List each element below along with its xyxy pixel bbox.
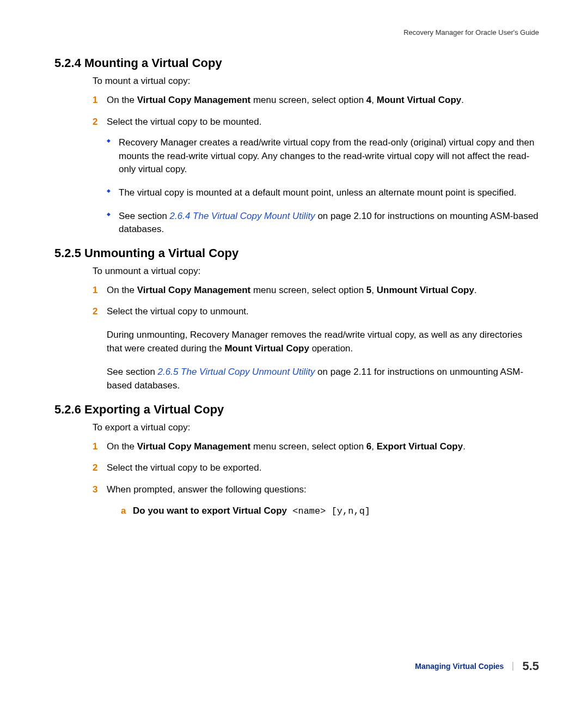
text-bold: Mount Virtual Copy	[377, 95, 462, 105]
text: On the	[107, 441, 137, 452]
page: Recovery Manager for Oracle User's Guide…	[0, 0, 588, 706]
step-number: 1	[93, 283, 97, 297]
step-1: 1 On the Virtual Copy Management menu sc…	[93, 440, 539, 454]
running-head: Recovery Manager for Oracle User's Guide	[54, 28, 539, 36]
paragraph: During unmounting, Recovery Manager remo…	[107, 328, 539, 356]
text-bold: Virtual Copy Management	[137, 95, 250, 105]
step-number: 2	[93, 461, 97, 475]
text: Select the virtual copy to unmount.	[107, 306, 249, 317]
text-bold: 5	[366, 285, 371, 295]
heading-5-2-4: 5.2.4 Mounting a Virtual Copy	[54, 56, 539, 70]
intro-5-2-5: To unmount a virtual copy:	[93, 266, 539, 277]
step-number: 1	[93, 440, 97, 454]
text: .	[463, 441, 465, 452]
text: menu screen, select option	[250, 95, 366, 105]
text: ,	[371, 441, 376, 452]
heading-5-2-6: 5.2.6 Exporting a Virtual Copy	[54, 403, 539, 417]
page-number: 5.5	[522, 659, 539, 673]
bullet-item: Recovery Manager creates a read/write vi…	[107, 136, 539, 176]
text: ,	[371, 95, 376, 105]
text: menu screen, select option	[250, 285, 366, 295]
text: Select the virtual copy to be exported.	[107, 462, 261, 473]
text: See section	[107, 367, 158, 377]
text-bold: Export Virtual Copy	[377, 441, 463, 452]
steps-5-2-6: 1 On the Virtual Copy Management menu sc…	[93, 440, 539, 519]
paragraph: See section 2.6.5 The Virtual Copy Unmou…	[107, 365, 539, 393]
cross-ref-link[interactable]: 2.6.5 The Virtual Copy Unmount Utility	[158, 367, 315, 377]
step-3: 3 When prompted, answer the following qu…	[93, 483, 539, 519]
sub-step-a: a Do you want to export Virtual Copy <na…	[121, 504, 539, 519]
step-2: 2 Select the virtual copy to be exported…	[93, 461, 539, 475]
bullet-item: The virtual copy is mounted at a default…	[107, 186, 539, 200]
text: See section	[119, 211, 170, 221]
bullet-item: See section 2.6.4 The Virtual Copy Mount…	[107, 210, 539, 236]
text: Select the virtual copy to be mounted.	[107, 117, 261, 127]
steps-5-2-5: 1 On the Virtual Copy Management menu sc…	[93, 283, 539, 319]
text: .	[474, 285, 477, 295]
step-1: 1 On the Virtual Copy Management menu sc…	[93, 283, 539, 297]
text-bold: Virtual Copy Management	[137, 285, 250, 295]
steps-5-2-4: 1 On the Virtual Copy Management menu sc…	[93, 93, 539, 236]
step-number: 2	[93, 305, 97, 319]
step-number: 2	[93, 115, 97, 129]
page-footer: Managing Virtual Copies 5.5	[415, 659, 539, 673]
text-bold: 6	[366, 441, 371, 452]
text: operation.	[309, 343, 353, 354]
text-bold: Virtual Copy Management	[137, 441, 250, 452]
text: ,	[371, 285, 376, 295]
intro-5-2-4: To mount a virtual copy:	[93, 76, 539, 87]
heading-5-2-5: 5.2.5 Unmounting a Virtual Copy	[54, 246, 539, 260]
text: When prompted, answer the following ques…	[107, 484, 307, 495]
text-bold: Unmount Virtual Copy	[377, 285, 474, 295]
step-1: 1 On the Virtual Copy Management menu sc…	[93, 93, 539, 107]
step-2: 2 Select the virtual copy to be mounted.…	[93, 115, 539, 236]
text: On the	[107, 95, 137, 105]
intro-5-2-6: To export a virtual copy:	[93, 422, 539, 433]
bullet-list: Recovery Manager creates a read/write vi…	[107, 136, 539, 236]
sub-step-letter: a	[121, 504, 126, 518]
text-bold: 4	[366, 95, 371, 105]
text-bold: Mount Virtual Copy	[224, 343, 309, 354]
cross-ref-link[interactable]: 2.6.4 The Virtual Copy Mount Utility	[170, 211, 315, 221]
step-2: 2 Select the virtual copy to unmount.	[93, 305, 539, 319]
step-number: 1	[93, 93, 97, 107]
step-number: 3	[93, 483, 97, 497]
text-bold: Do you want to export Virtual Copy	[133, 506, 287, 516]
text-mono: <name> [y,n,q]	[287, 506, 370, 516]
footer-chapter: Managing Virtual Copies	[415, 662, 513, 671]
text: menu screen, select option	[250, 441, 366, 452]
text: .	[461, 95, 464, 105]
sub-steps: a Do you want to export Virtual Copy <na…	[107, 504, 539, 519]
text: On the	[107, 285, 137, 295]
